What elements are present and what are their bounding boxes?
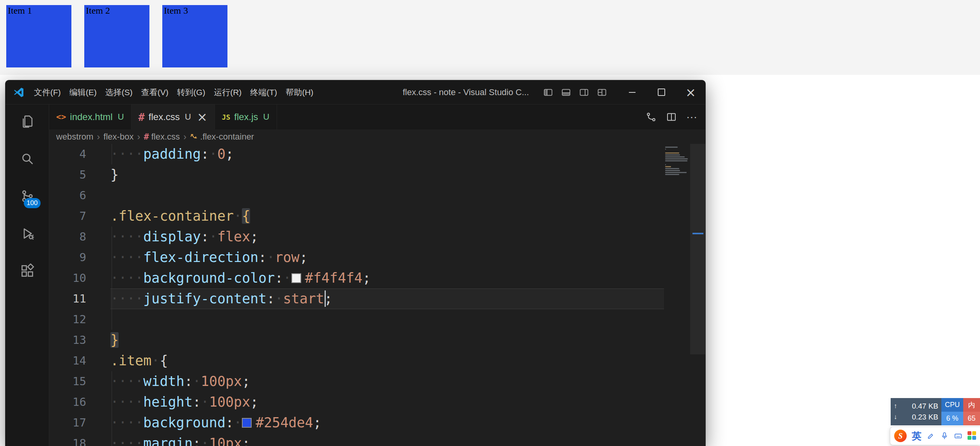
breadcrumb-separator: › bbox=[183, 131, 186, 142]
line-number: 4 bbox=[49, 144, 86, 165]
code-line-7[interactable]: 7.flex-container·{ bbox=[49, 206, 705, 227]
minimap-line bbox=[665, 160, 687, 161]
sogou-logo[interactable]: S bbox=[894, 430, 907, 442]
code-text: } bbox=[86, 165, 119, 185]
keyboard-icon[interactable] bbox=[954, 431, 962, 441]
menu-item[interactable]: 查看(V) bbox=[137, 80, 173, 104]
code-line-13[interactable]: 13} bbox=[49, 330, 705, 350]
overview-ruler-mark bbox=[692, 233, 703, 234]
line-number: 18 bbox=[49, 433, 86, 446]
menu-item[interactable]: 终端(T) bbox=[246, 80, 281, 104]
code-text: .flex-container·{ bbox=[86, 206, 250, 227]
source-control-icon[interactable]: 100 bbox=[18, 187, 37, 205]
download-speed: 0.23 KB bbox=[912, 413, 938, 421]
breadcrumb-item[interactable]: flex-box bbox=[103, 132, 133, 142]
minimap-line bbox=[665, 147, 678, 148]
line-number: 12 bbox=[49, 309, 86, 330]
tab-flex-css[interactable]: #flex.cssU× bbox=[131, 104, 215, 129]
minimap-line bbox=[665, 154, 680, 156]
breadcrumb-item[interactable]: .flex-container bbox=[190, 132, 254, 142]
menu-item[interactable]: 帮助(H) bbox=[281, 80, 318, 104]
code-line-12[interactable]: 12 bbox=[49, 309, 705, 330]
code-line-9[interactable]: 9····flex-direction:·row; bbox=[49, 247, 705, 268]
tab-index-html[interactable]: <>index.htmlU bbox=[49, 104, 131, 129]
code-text: ····justify-content:·start; bbox=[86, 288, 332, 309]
network-speed: ↑ 0.47 KB ↓ 0.23 KB bbox=[891, 398, 941, 425]
code-editor[interactable]: 4····padding:·0;5}67.flex-container·{8··… bbox=[49, 144, 705, 446]
breadcrumb-item[interactable]: webstrom bbox=[56, 132, 93, 142]
run-debug-icon[interactable] bbox=[18, 224, 37, 243]
code-line-16[interactable]: 16····height:·100px; bbox=[49, 392, 705, 412]
customize-layout-icon[interactable] bbox=[596, 87, 608, 98]
browser-preview-flex-container: Item 1 Item 2 Item 3 bbox=[0, 0, 980, 75]
editor-scrollbar[interactable] bbox=[690, 144, 705, 446]
preview-flex-item: Item 1 bbox=[6, 5, 71, 67]
layout-controls bbox=[542, 80, 608, 104]
minimap-line bbox=[665, 164, 666, 165]
ime-language-mode[interactable]: 英 bbox=[912, 430, 921, 442]
upload-arrow-icon: ↑ bbox=[894, 402, 902, 410]
code-line-6[interactable]: 6 bbox=[49, 185, 705, 206]
source-control-badge: 100 bbox=[24, 198, 40, 208]
line-number: 15 bbox=[49, 371, 86, 392]
memory-label: 内 bbox=[963, 398, 980, 412]
split-editor-icon[interactable] bbox=[665, 110, 678, 124]
code-line-17[interactable]: 17····background:·#254de4; bbox=[49, 412, 705, 433]
toggle-panel-icon[interactable] bbox=[560, 87, 572, 98]
code-line-8[interactable]: 8····display:·flex; bbox=[49, 227, 705, 247]
vscode-window: 文件(F)编辑(E)选择(S)查看(V)转到(G)运行(R)终端(T)帮助(H)… bbox=[5, 80, 706, 446]
pen-icon[interactable] bbox=[927, 431, 935, 441]
toggle-sidebar-icon[interactable] bbox=[542, 87, 554, 98]
code-line-4[interactable]: 4····padding:·0; bbox=[49, 144, 705, 165]
minimize-icon[interactable] bbox=[618, 80, 647, 104]
more-actions-icon[interactable]: ··· bbox=[685, 110, 698, 124]
open-changes-icon[interactable] bbox=[644, 110, 658, 124]
menu-item[interactable]: 文件(F) bbox=[30, 80, 65, 104]
titlebar[interactable]: 文件(F)编辑(E)选择(S)查看(V)转到(G)运行(R)终端(T)帮助(H)… bbox=[5, 80, 705, 104]
line-number: 17 bbox=[49, 412, 86, 433]
explorer-icon[interactable] bbox=[18, 112, 37, 131]
line-number: 8 bbox=[49, 227, 86, 247]
code-text: ····display:·flex; bbox=[86, 227, 258, 247]
toggle-secondary-sidebar-icon[interactable] bbox=[578, 87, 590, 98]
window-title: flex.css - note - Visual Studio C... bbox=[403, 87, 529, 97]
line-number: 13 bbox=[49, 330, 86, 350]
css-file-icon: # bbox=[144, 132, 149, 142]
toolbox-icon[interactable] bbox=[968, 431, 976, 441]
scrollbar-slider[interactable] bbox=[690, 144, 705, 354]
tab-flex-js[interactable]: JSflex.jsU bbox=[215, 104, 277, 129]
menu-item[interactable]: 选择(S) bbox=[101, 80, 137, 104]
menu-item[interactable]: 转到(G) bbox=[173, 80, 209, 104]
memory-value: 65 bbox=[963, 412, 980, 425]
menubar: 文件(F)编辑(E)选择(S)查看(V)转到(G)运行(R)终端(T)帮助(H) bbox=[30, 80, 318, 104]
color-swatch[interactable] bbox=[291, 273, 301, 283]
breadcrumb-separator: › bbox=[97, 131, 100, 142]
code-line-5[interactable]: 5} bbox=[49, 165, 705, 185]
code-line-15[interactable]: 15····width:·100px; bbox=[49, 371, 705, 392]
breadcrumb-item[interactable]: #flex.css bbox=[144, 132, 180, 142]
line-number: 11 bbox=[49, 288, 86, 309]
code-text bbox=[86, 309, 110, 330]
minimap[interactable] bbox=[665, 147, 689, 176]
menu-item[interactable]: 编辑(E) bbox=[65, 80, 101, 104]
download-arrow-icon: ↓ bbox=[894, 413, 902, 421]
mic-icon[interactable] bbox=[940, 431, 949, 441]
vscode-logo-icon bbox=[12, 86, 25, 99]
close-icon[interactable]: × bbox=[676, 80, 705, 104]
menu-item[interactable]: 运行(R) bbox=[209, 80, 246, 104]
code-text: .item·{ bbox=[86, 350, 168, 371]
maximize-icon[interactable] bbox=[647, 80, 676, 104]
close-tab-icon[interactable]: × bbox=[197, 111, 208, 123]
code-line-10[interactable]: 10····background-color:·#f4f4f4; bbox=[49, 268, 705, 288]
code-line-11[interactable]: 11····justify-content:·start; bbox=[49, 288, 705, 309]
search-icon[interactable] bbox=[18, 149, 37, 168]
code-line-14[interactable]: 14.item·{ bbox=[49, 350, 705, 371]
color-swatch[interactable] bbox=[242, 418, 252, 428]
extensions-icon[interactable] bbox=[18, 262, 37, 280]
ime-toolbar: S 英 bbox=[890, 427, 980, 445]
minimap-line bbox=[665, 166, 671, 167]
code-text: } bbox=[86, 330, 119, 350]
minimap-line bbox=[665, 170, 680, 171]
tab-label: flex.css bbox=[149, 112, 180, 122]
code-line-18[interactable]: 18····margin:·10px; bbox=[49, 433, 705, 446]
